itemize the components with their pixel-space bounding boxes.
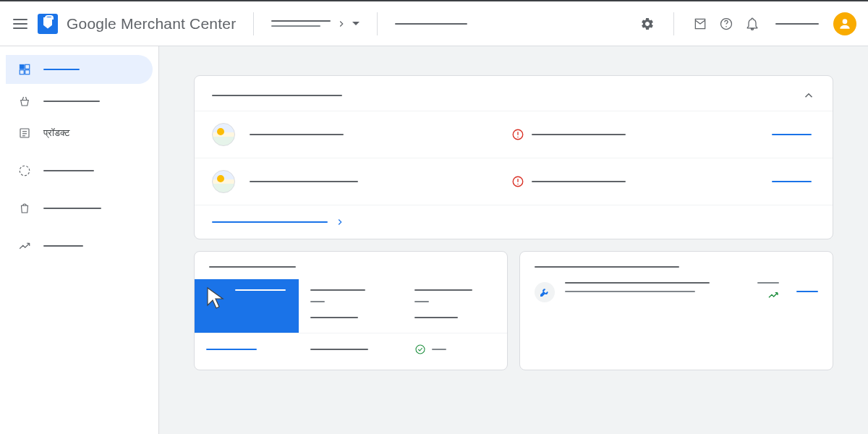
sidebar-item-label	[43, 101, 100, 102]
row-action-link[interactable]	[772, 134, 812, 135]
sidebar-item-label	[43, 208, 101, 209]
row-status	[532, 134, 626, 135]
dropdown-arrow-icon	[352, 20, 359, 27]
growth-icon	[17, 239, 32, 253]
sidebar-item-overview[interactable]	[6, 55, 153, 84]
svg-point-17	[416, 345, 425, 354]
stats-cell-label	[235, 289, 286, 291]
help-icon[interactable]	[718, 15, 735, 33]
svg-point-2	[843, 19, 848, 24]
sidebar-item-marketing[interactable]	[6, 194, 153, 223]
account-label	[775, 23, 819, 25]
chevron-right-icon	[336, 19, 346, 29]
stats-cell[interactable]	[299, 279, 403, 333]
mail-icon[interactable]	[692, 15, 709, 33]
header-secondary-label	[395, 23, 467, 25]
check-circle-icon	[414, 344, 426, 355]
svg-rect-3	[20, 64, 24, 69]
stats-cell-value	[310, 301, 325, 302]
sidebar-item-label	[43, 245, 83, 247]
insight-line	[565, 282, 710, 284]
divider	[673, 12, 674, 35]
overview-icon	[17, 62, 32, 77]
sidebar-item-growth[interactable]	[6, 231, 153, 260]
status-row[interactable]	[195, 158, 833, 205]
app-title: Google Merchant Center	[67, 15, 236, 33]
menu-icon[interactable]	[12, 15, 29, 33]
stats-bottom-cell	[299, 344, 403, 359]
cursor-icon	[203, 285, 229, 311]
status-row[interactable]	[195, 111, 833, 158]
svg-rect-4	[25, 64, 30, 69]
stats-bottom-value	[432, 349, 446, 350]
sidebar-item-label: प्रॉडक्ट	[43, 127, 69, 139]
trend-up-icon	[767, 289, 779, 301]
svg-point-1	[726, 25, 727, 27]
stats-bottom-cell	[403, 344, 507, 359]
stats-cell-sub	[310, 317, 358, 318]
divider	[253, 12, 254, 35]
row-title	[250, 134, 344, 135]
insight-card	[519, 251, 833, 370]
merchant-center-logo-icon[interactable]	[38, 14, 58, 34]
product-thumbnail-icon	[212, 123, 235, 146]
stats-cell-sub	[414, 317, 458, 318]
collapse-icon[interactable]	[802, 89, 815, 102]
insight-card-title	[535, 266, 679, 268]
divider	[377, 12, 378, 35]
sidebar-item-label	[43, 69, 80, 70]
user-avatar[interactable]	[833, 12, 856, 35]
stats-card	[194, 251, 508, 370]
stats-bottom-link[interactable]	[206, 349, 257, 350]
performance-icon	[17, 163, 32, 178]
insight-action-link[interactable]	[796, 291, 818, 292]
stats-bottom-value	[310, 349, 368, 350]
basket-icon	[17, 94, 32, 109]
error-icon	[511, 175, 524, 188]
sidebar-item-shopping[interactable]	[6, 87, 153, 116]
card-footer	[195, 205, 833, 239]
account-selector-dropdown[interactable]	[271, 19, 359, 29]
stats-bottom-cell[interactable]	[195, 344, 299, 359]
row-action-link[interactable]	[772, 181, 812, 182]
error-icon	[511, 128, 524, 141]
stats-cell[interactable]	[403, 279, 507, 333]
sidebar-nav: प्रॉडक्ट	[0, 46, 159, 434]
svg-point-13	[517, 137, 519, 138]
notifications-icon[interactable]	[744, 15, 761, 33]
main-content	[159, 46, 868, 434]
stats-cell-active[interactable]	[195, 279, 299, 333]
shopping-bag-icon	[17, 201, 32, 216]
stats-cell-label	[310, 289, 365, 291]
sidebar-item-products[interactable]: प्रॉडक्ट	[6, 119, 153, 148]
product-thumbnail-icon	[212, 170, 235, 193]
sidebar-item-performance[interactable]	[6, 156, 153, 185]
settings-icon[interactable]	[639, 15, 656, 33]
stats-cell-value	[414, 301, 429, 302]
status-card	[194, 75, 833, 239]
stats-card-title	[209, 266, 296, 268]
svg-rect-6	[25, 70, 30, 75]
row-status	[532, 181, 626, 182]
insight-line	[565, 291, 695, 292]
card-title	[212, 95, 342, 96]
products-icon	[17, 126, 32, 140]
app-header: Google Merchant Center	[0, 0, 868, 46]
svg-point-16	[517, 184, 519, 185]
stats-cell-label	[414, 289, 472, 291]
view-all-link[interactable]	[212, 221, 328, 223]
row-title	[250, 181, 358, 182]
sidebar-item-label	[43, 170, 94, 171]
insight-metric	[757, 282, 779, 284]
chevron-right-icon	[335, 217, 345, 227]
svg-rect-5	[20, 70, 24, 75]
wrench-icon	[535, 282, 555, 302]
